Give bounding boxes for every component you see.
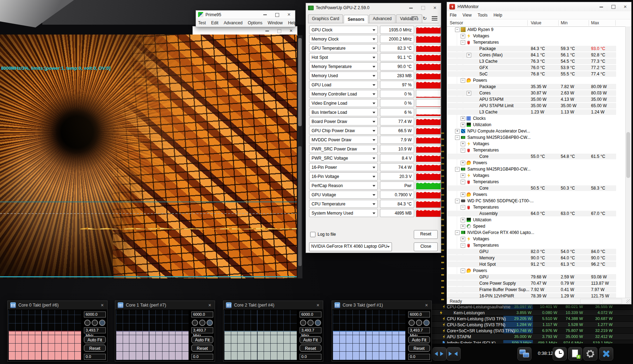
background-scrollbar[interactable] <box>297 35 302 278</box>
gpuz-sensor-select[interactable]: GPU Voltage <box>309 191 378 199</box>
hwmonitor-row[interactable]: Memory90.0 °C64.0 °C90.0 °C <box>447 255 626 261</box>
tab-sensors[interactable]: Sensors <box>344 15 368 23</box>
column-separator[interactable] <box>558 20 559 26</box>
hwmonitor-row[interactable]: +Voltages <box>447 236 626 242</box>
tab-graphics-card[interactable]: Graphics Card <box>308 14 343 23</box>
expand-toggle[interactable]: + <box>461 161 465 165</box>
tab-advanced[interactable]: Advanced <box>369 14 395 23</box>
scale-min-field[interactable]: 0.0 <box>408 354 430 360</box>
hwmonitor-menu-tools[interactable]: Tools <box>478 13 487 18</box>
collapse-toggle[interactable]: − <box>461 40 465 45</box>
expand-toggle[interactable]: + <box>461 224 465 229</box>
gpuz-sensor-select[interactable]: MVDDC Power Draw <box>309 136 378 144</box>
reset-button[interactable]: Reset <box>84 345 106 352</box>
reset-button[interactable]: Reset <box>408 345 430 352</box>
hwmonitor-row[interactable]: +Utilization <box>447 217 626 223</box>
minimize-icon[interactable] <box>259 11 271 19</box>
gpuz-sensor-select[interactable]: Memory Controller Load <box>309 90 378 98</box>
scale-min-field[interactable]: 0.0 <box>300 354 321 360</box>
close-icon[interactable]: × <box>429 4 441 12</box>
gpuz-sensor-select[interactable]: Memory Temperature <box>309 62 378 70</box>
core-window-titlebar[interactable]: Core 0 Takt (perf #6) × <box>8 301 107 309</box>
hwmonitor-row[interactable]: −Temperatures <box>447 179 626 185</box>
gpuz-sensor-select[interactable]: Board Power Draw <box>309 117 378 125</box>
hwmonitor-row[interactable]: +Voltages <box>447 33 626 39</box>
scale-max-field[interactable]: 6000.0 <box>191 311 213 317</box>
prime95-titlebar[interactable]: P Prime95 × <box>196 11 295 19</box>
hwmonitor-row[interactable]: GPU82.0 °C54.0 °C84.0 °C <box>447 248 626 255</box>
maximize-icon[interactable] <box>273 27 285 35</box>
column-header-sensor[interactable]: Sensor <box>450 20 463 25</box>
resize-grip[interactable] <box>626 299 631 304</box>
hwmonitor-row[interactable]: APU STAPM35.00 W4.13 W35.00 W <box>447 96 626 103</box>
radio-button[interactable] <box>199 320 205 326</box>
auto-fit-button[interactable]: Auto Fit <box>191 336 213 343</box>
expand-toggle[interactable]: + <box>461 34 465 38</box>
gpuz-sensor-select[interactable]: Video Engine Load <box>309 99 378 107</box>
prime95-menu-window[interactable]: Window <box>268 20 283 25</box>
hwmonitor-titlebar[interactable]: HWMonitor × <box>447 2 631 11</box>
auto-fit-button[interactable]: Auto Fit <box>408 336 430 343</box>
collapse-toggle[interactable]: − <box>461 78 465 83</box>
hwmonitor-row[interactable]: +Utilization <box>447 122 626 128</box>
collapse-toggle[interactable]: − <box>461 180 465 184</box>
hwmonitor-row[interactable]: −AMD Ryzen 9 <box>447 26 626 33</box>
hwmonitor-row[interactable]: Package35.35 W7.82 W80.09 W <box>447 84 626 90</box>
hwmonitor-row[interactable]: Assembly64.0 °C63.0 °C67.0 °C <box>447 210 626 217</box>
expand-toggle[interactable]: + <box>467 53 471 57</box>
scale-max-field[interactable]: 6000.0 <box>408 311 430 317</box>
radio-button[interactable] <box>307 320 314 326</box>
hwmonitor-row[interactable]: −Powers <box>447 77 626 84</box>
radio-button[interactable] <box>207 320 213 326</box>
collapse-columns-button[interactable] <box>447 347 461 360</box>
hwmonitor-column-header[interactable]: SensorValueMinMax <box>447 19 631 27</box>
gpuz-sensor-select[interactable]: Bus Interface Load <box>309 108 378 116</box>
gpuz-sensor-select[interactable]: PWR_SRC Voltage <box>309 154 378 162</box>
hwmonitor-row[interactable]: −WD PC SN560 SDDPNQE-1T00-... <box>447 198 626 204</box>
radio-button[interactable] <box>315 320 321 326</box>
expand-columns-button[interactable] <box>432 347 447 360</box>
collapse-toggle[interactable]: − <box>461 148 465 153</box>
hwmonitor-row[interactable]: +Speed <box>447 223 626 229</box>
clock-button[interactable] <box>553 347 567 360</box>
hwinfo-row[interactable]: Core+SoC+SR Leistung (SVI3 TFN)30.748 W6… <box>431 328 633 334</box>
screenshot-icon[interactable] <box>411 16 418 20</box>
collapse-toggle[interactable]: − <box>455 167 460 172</box>
gpuz-sensor-select[interactable]: GPU Clock <box>309 26 378 34</box>
prime95-menu-edit[interactable]: Edit <box>211 20 219 25</box>
hwmonitor-row[interactable]: +Cores30.87 W2.63 W80.03 W <box>447 90 626 96</box>
hwmonitor-row[interactable]: +Voltages <box>447 172 626 179</box>
hwmonitor-row[interactable]: +Powers <box>447 160 626 166</box>
hwmonitor-menu-view[interactable]: View <box>462 13 472 18</box>
collapse-toggle[interactable]: − <box>455 27 460 32</box>
expand-toggle[interactable]: + <box>461 218 465 222</box>
close-icon[interactable]: × <box>205 302 215 308</box>
expand-toggle[interactable]: + <box>467 91 471 95</box>
gpuz-sensor-select[interactable]: GPU Load <box>309 81 378 89</box>
auto-fit-button[interactable]: Auto Fit <box>300 336 321 343</box>
minimize-icon[interactable] <box>405 4 417 12</box>
hwmonitor-row[interactable]: +Cores (Max)84.1 °C56.1 °C92.8 °C <box>447 52 626 58</box>
gpuz-sensor-select[interactable]: GPU Temperature <box>309 44 378 52</box>
scale-max-field[interactable]: 6000.0 <box>300 311 321 317</box>
hwmonitor-row[interactable]: −Temperatures <box>447 39 626 45</box>
hwmonitor-row[interactable]: −Samsung M425R1GB4PB0-CW... <box>447 166 626 172</box>
menu-icon[interactable] <box>432 16 437 20</box>
column-header-max[interactable]: Max <box>591 20 599 25</box>
hwmonitor-row[interactable]: −Samsung M425R1GB4PB0-CW... <box>447 134 626 141</box>
expand-toggle[interactable]: + <box>461 123 465 127</box>
hwmonitor-row[interactable]: −Temperatures <box>447 204 626 210</box>
gpuz-sensor-select[interactable]: Memory Clock <box>309 35 378 43</box>
reset-button[interactable]: Reset <box>414 230 438 239</box>
gpuz-sensor-select[interactable]: 16-Pin Voltage <box>309 172 378 180</box>
collapse-toggle[interactable]: − <box>461 269 465 273</box>
gpuz-sensor-select[interactable]: GPU Chip Power Draw <box>309 127 378 135</box>
hwmonitor-row[interactable]: Core Power Supply70.47 W0.79 W113.87 W <box>447 280 626 286</box>
radio-button[interactable] <box>84 320 91 326</box>
hwmonitor-row[interactable]: GPU79.68 W2.59 W93.08 W <box>447 274 626 280</box>
gpuz-sensor-select[interactable]: CPU Temperature <box>309 200 378 208</box>
maximize-icon[interactable] <box>607 3 619 11</box>
collapse-toggle[interactable]: − <box>455 135 460 140</box>
collapse-toggle[interactable]: − <box>461 243 465 248</box>
core-window-titlebar[interactable]: Core 1 Takt (perf #7) × <box>115 301 215 309</box>
